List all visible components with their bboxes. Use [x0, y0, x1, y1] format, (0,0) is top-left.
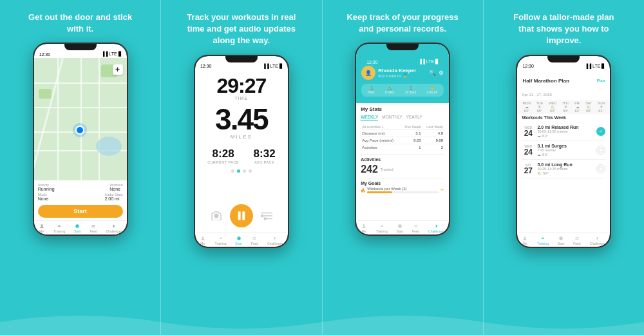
map-zoom-button[interactable]: + [113, 64, 123, 75]
phone-3-tabs: Me Training Start Feed [356, 220, 449, 235]
phone-3-status-bar: 12:30 ▐▐ LTE ▊ [361, 52, 444, 66]
tab-yearly[interactable]: YEARLY [406, 115, 422, 121]
phone2-tab-feed[interactable]: Feed [251, 236, 258, 245]
nav-icon-2[interactable]: 🚴0:01k1 [385, 86, 395, 94]
svg-point-24 [524, 236, 526, 238]
phone-4-notch [547, 56, 580, 62]
map-road-v2 [80, 58, 82, 180]
workout-weather-3: ⛅ 59° [537, 171, 594, 175]
workout-name-3: 5.0 mi Long Run [537, 162, 594, 167]
plan-title: Half Marathon Plan [522, 78, 569, 84]
panel-2-heading: Track your workouts in real time and get… [184, 12, 299, 47]
panel-1-heading: Get out the door and stick with it. [23, 12, 138, 35]
activity-count-row: 242 Tracked [361, 164, 444, 175]
phone4-tab-start[interactable]: Start [558, 236, 565, 245]
phone-1: 12:30 ▐▐ LTE ▊ [33, 43, 128, 236]
phone-1-bottom: Activity Running Workout None Music None [34, 180, 127, 220]
music-value: None [38, 196, 49, 201]
map-road-v3 [99, 58, 100, 180]
workout-date-2: WED 24 [522, 144, 535, 156]
phone-3: 12:30 ▐▐ LTE ▊ 👤 Rhonda Keeper 903.5 tot… [355, 43, 450, 236]
nav-icon-1[interactable]: 🏃60k1 [368, 86, 375, 94]
tracker-screen: 12:30 ▐▐ LTE ▊ 29:27 TIME 3.45 MILES 8:2… [195, 56, 288, 247]
workout-status-done-1: ✓ [596, 127, 605, 136]
phone3-tab-challenges[interactable]: Challenges [428, 224, 444, 233]
phone-1-notch [64, 44, 97, 50]
tab-monthly[interactable]: MONTHLY [382, 115, 402, 121]
audio-stats-value: 2.00 mi [104, 196, 122, 201]
tab-start-label: Start [74, 229, 81, 233]
phone3-tab-training[interactable]: Training [376, 224, 388, 233]
tab-training[interactable]: Training [53, 224, 65, 233]
profile-info: Rhonda Keeper 903.5 total mi 🏅 [378, 68, 416, 78]
map-location-dot [75, 126, 84, 135]
avg-pace-value: 8:32 [254, 148, 276, 160]
svg-point-11 [264, 218, 266, 220]
phone4-tab-me[interactable]: Me [522, 236, 528, 245]
nav-icon-4[interactable]: 💪2:00.24 [426, 86, 437, 94]
workout-value: None [109, 187, 122, 191]
phone3-tab-me[interactable]: Me [361, 224, 367, 233]
phone4-tab-training[interactable]: Training [537, 236, 549, 245]
cal-sun: SUN☀62° [598, 101, 605, 113]
workout-item-1: WED 24 2.0 mi Relaxed Run 10:05-11:05 mi… [522, 122, 605, 141]
map-screen: + [34, 58, 127, 180]
phone2-tab-start[interactable]: Start [235, 236, 242, 245]
avg-pace-label: AVG PACE [254, 160, 274, 164]
svg-point-25 [559, 236, 562, 240]
tab-me[interactable]: Me [39, 224, 45, 233]
phone2-tab-challenges[interactable]: Challenges [267, 236, 283, 245]
map-park-2 [39, 89, 52, 99]
section-divider-1 [361, 154, 444, 155]
phone-4-tabs: Me Training Start Feed [517, 233, 610, 247]
panel-1: Get out the door and stick with it. 12:3… [0, 0, 161, 335]
phone-1-screen: 12:30 ▐▐ LTE ▊ [34, 44, 127, 235]
nav-icon-3[interactable]: 🚶10:11k1 [405, 86, 417, 94]
activity-item-workout: Workout None [109, 183, 122, 191]
tab-weekly[interactable]: WEEKLY [361, 115, 378, 121]
status-time-3: 12:30 [366, 60, 378, 64]
phone4-tab-challenges[interactable]: Challenges [589, 236, 605, 245]
svg-rect-4 [91, 227, 95, 228]
status-time: 12:30 [39, 52, 51, 57]
profile-row: 👤 Rhonda Keeper 903.5 total mi 🏅 🔍 ⚙ [361, 66, 444, 80]
plan-button[interactable]: Plan [597, 79, 605, 82]
tab-challenges[interactable]: Challenges [106, 224, 122, 233]
phone2-tab-me[interactable]: Me [200, 236, 206, 245]
phone3-tab-start[interactable]: Start [397, 224, 404, 233]
phone-1-tabs: Me Training Start Feed [34, 220, 127, 235]
settings-icon[interactable]: ⚙ [439, 70, 444, 76]
activity-row-2: Music None Audio Stats 2.00 mi [38, 193, 123, 201]
current-pace-value: 8:28 [213, 148, 234, 160]
stats-header: 12:30 ▐▐ LTE ▊ 👤 Rhonda Keeper 903.5 tot… [356, 44, 449, 103]
activity-row-1: Activity Running Workout None [38, 183, 123, 191]
pause-button[interactable] [230, 204, 253, 227]
dot-4 [249, 169, 252, 173]
stats-screen: 12:30 ▐▐ LTE ▊ 👤 Rhonda Keeper 903.5 tot… [356, 44, 449, 235]
user-avatar: 👤 [361, 66, 375, 80]
pace-row: 8:28 CURRENT PACE 8:32 AVG PACE [200, 148, 283, 164]
tab-feed[interactable]: Feed [90, 224, 97, 233]
panel-4-heading: Follow a tailor-made plan that shows you… [506, 12, 621, 47]
camera-button[interactable] [207, 207, 225, 225]
activities-label: Activities [361, 144, 400, 151]
phone3-tab-feed[interactable]: Feed [412, 224, 419, 233]
distance-thisweek: 3.1 [400, 130, 422, 137]
goal-edit-icon[interactable]: ✏ [440, 187, 444, 193]
svg-point-17 [363, 225, 365, 227]
cal-tue: TUE☀65° [536, 101, 543, 113]
settings-button[interactable] [258, 207, 276, 225]
start-button[interactable]: Start [38, 205, 123, 218]
table-col2-header: This Week [400, 124, 422, 130]
table-row-distance: Distance (mi) 3.1 4.8 [361, 130, 444, 137]
tab-start[interactable]: Start [74, 224, 81, 233]
plan-content: Workouts This Week WED 24 2.0 mi Relaxed… [517, 114, 610, 233]
search-icon[interactable]: 🔍 [429, 70, 436, 76]
activities-section-title: Activities [361, 157, 444, 162]
phone2-tab-training[interactable]: Training [215, 236, 227, 245]
dots-indicator [231, 169, 252, 173]
dot-2 [237, 169, 240, 173]
phone4-tab-feed[interactable]: Feed [573, 236, 580, 245]
table-col3-header: Last Week [422, 124, 445, 130]
stats-content: My Stats WEEKLY MONTHLY YEARLY All Activ… [356, 103, 449, 220]
